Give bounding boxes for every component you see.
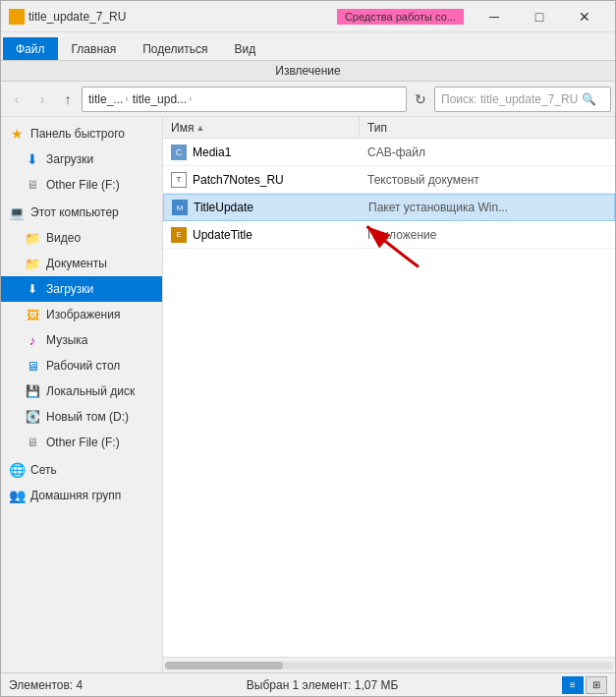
sidebar-item-local-disk[interactable]: 💾 Локальный диск: [1, 378, 162, 404]
column-name-label: Имя: [171, 121, 194, 135]
file-cell-name: T Patch7Notes_RU: [163, 172, 360, 188]
tab-home[interactable]: Главная: [59, 37, 130, 60]
horizontal-scrollbar[interactable]: [163, 657, 615, 672]
local-disk-icon: 💾: [25, 383, 40, 399]
scroll-track: [165, 662, 613, 669]
view-large-icons-button[interactable]: ⊞: [586, 676, 607, 694]
crumb-1[interactable]: title_... ›: [88, 92, 129, 106]
file-cell-type: Приложение: [360, 228, 615, 242]
sidebar-item-other-file[interactable]: 🖥 Other File (F:): [1, 172, 162, 198]
sidebar-item-this-pc[interactable]: 💻 Этот компьютер: [1, 200, 162, 225]
file-cell-type: Пакет установщика Win...: [361, 201, 614, 214]
sidebar-images-label: Изображения: [46, 308, 120, 321]
file-list-header: Имя ▲ Тип: [163, 117, 615, 139]
star-icon: ★: [9, 126, 25, 142]
txt-icon: T: [171, 172, 187, 188]
download-icon-2: ⬇: [25, 281, 40, 297]
close-button[interactable]: ✕: [562, 1, 607, 32]
status-bar: Элементов: 4 Выбран 1 элемент: 1,07 МБ ≡…: [1, 672, 615, 696]
tab-share[interactable]: Поделиться: [130, 37, 220, 60]
search-bar[interactable]: Поиск: title_update_7_RU 🔍: [434, 87, 611, 112]
sidebar-item-quick-access[interactable]: ★ Панель быстрого: [1, 121, 162, 146]
sidebar-item-music[interactable]: ♪ Музыка: [1, 327, 162, 353]
window-icon: [9, 9, 25, 25]
drive-icon-1: 🖥: [25, 177, 40, 193]
file-type: Приложение: [367, 228, 436, 242]
exe-icon: E: [171, 227, 187, 243]
selected-info: Выбран 1 элемент: 1,07 МБ: [247, 678, 399, 692]
ribbon: Файл Главная Поделиться Вид Извлечение: [1, 32, 615, 82]
sidebar-item-downloads[interactable]: ⬇ Загрузки: [1, 146, 162, 172]
images-folder-icon: 🖼: [25, 307, 40, 322]
crumb-2-label: title_upd...: [133, 92, 187, 106]
file-name: Media1: [193, 145, 231, 159]
file-cell-type: CAB-файл: [360, 145, 615, 159]
sidebar-item-desktop[interactable]: 🖥 Рабочий стол: [1, 353, 162, 378]
file-name: Patch7Notes_RU: [193, 173, 284, 187]
file-cell-name: M TitleUpdate: [164, 200, 361, 215]
extraction-tab[interactable]: Извлечение: [1, 60, 615, 81]
items-count: Элементов: 4: [9, 678, 83, 692]
sidebar-section-pc: 💻 Этот компьютер 📁 Видео 📁 Документы ⬇ З…: [1, 200, 162, 455]
tab-view[interactable]: Вид: [221, 37, 268, 60]
sidebar-item-downloads2[interactable]: ⬇ Загрузки: [1, 276, 162, 302]
sidebar-item-video[interactable]: 📁 Видео: [1, 225, 162, 251]
address-bar[interactable]: title_... › title_upd... ›: [82, 87, 407, 112]
column-type-label: Тип: [367, 121, 387, 135]
file-cell-name: C Media1: [163, 145, 360, 160]
crumb-2[interactable]: title_upd... ›: [133, 92, 193, 106]
sidebar-item-documents[interactable]: 📁 Документы: [1, 251, 162, 276]
file-type: Пакет установщика Win...: [368, 201, 508, 214]
column-name-sort-icon: ▲: [196, 123, 204, 133]
main-content: ★ Панель быстрого ⬇ Загрузки 🖥 Other Fil…: [1, 117, 615, 672]
sidebar-other-file-label: Other File (F:): [46, 178, 120, 192]
sidebar-other-file2-label: Other File (F:): [46, 436, 120, 449]
sidebar-network-label: Сеть: [30, 463, 57, 477]
table-row[interactable]: T Patch7Notes_RU Текстовый документ: [163, 166, 615, 194]
breadcrumb: title_... › title_upd... ›: [88, 92, 192, 106]
docs-folder-icon: 📁: [25, 256, 40, 271]
file-cell-type: Текстовый документ: [360, 173, 615, 187]
back-button[interactable]: ‹: [5, 87, 28, 111]
sidebar-downloads-label: Загрузки: [46, 152, 93, 166]
crumb-1-label: title_...: [88, 92, 123, 106]
file-list-body: C Media1 CAB-файл T Patch7Notes_RU Текст…: [163, 139, 615, 657]
crumb-2-arrow: ›: [189, 93, 192, 104]
refresh-button[interactable]: ↻: [409, 87, 432, 111]
view-details-button[interactable]: ≡: [562, 676, 584, 694]
column-name[interactable]: Имя ▲: [163, 117, 360, 138]
sidebar-downloads2-label: Загрузки: [46, 282, 93, 296]
table-row[interactable]: M TitleUpdate Пакет установщика Win...: [163, 194, 615, 221]
music-icon: ♪: [25, 332, 40, 348]
maximize-button[interactable]: □: [517, 1, 562, 32]
tab-file[interactable]: Файл: [3, 37, 58, 60]
file-name: UpdateTitle: [193, 228, 252, 242]
file-pane: Имя ▲ Тип C Media1 CAB-файл: [163, 117, 615, 672]
column-type[interactable]: Тип: [360, 117, 615, 138]
file-type: Текстовый документ: [367, 173, 479, 187]
file-type: CAB-файл: [367, 145, 425, 159]
sidebar-item-home-group[interactable]: 👥 Домашняя групп: [1, 483, 162, 508]
desktop-icon: 🖥: [25, 358, 40, 374]
sidebar-section-network: 🌐 Сеть 👥 Домашняя групп: [1, 457, 162, 508]
table-row[interactable]: E UpdateTitle Приложение: [163, 221, 615, 249]
sidebar-item-other-file2[interactable]: 🖥 Other File (F:): [1, 430, 162, 455]
table-row[interactable]: C Media1 CAB-файл: [163, 139, 615, 166]
other-file-icon: 🖥: [25, 435, 40, 450]
sidebar-this-pc-label: Этот компьютер: [30, 205, 119, 219]
cab-icon: C: [171, 145, 187, 160]
sidebar-item-images[interactable]: 🖼 Изображения: [1, 302, 162, 327]
sidebar-item-new-vol[interactable]: 💽 Новый том (D:): [1, 404, 162, 430]
sidebar-home-group-label: Домашняя групп: [30, 489, 121, 502]
forward-button[interactable]: ›: [30, 87, 54, 111]
sidebar-desktop-label: Рабочий стол: [46, 359, 120, 373]
sidebar-item-network[interactable]: 🌐 Сеть: [1, 457, 162, 483]
ribbon-tab-list: Файл Главная Поделиться Вид: [1, 32, 615, 60]
minimize-button[interactable]: ─: [472, 1, 517, 32]
scroll-thumb[interactable]: [165, 662, 283, 669]
up-button[interactable]: ↑: [56, 87, 80, 111]
window-title: title_update_7_RU: [28, 10, 337, 24]
explorer-window: title_update_7_RU Средства работы со... …: [0, 0, 616, 697]
download-icon: ⬇: [25, 151, 40, 167]
tools-tab[interactable]: Средства работы со...: [337, 9, 464, 25]
